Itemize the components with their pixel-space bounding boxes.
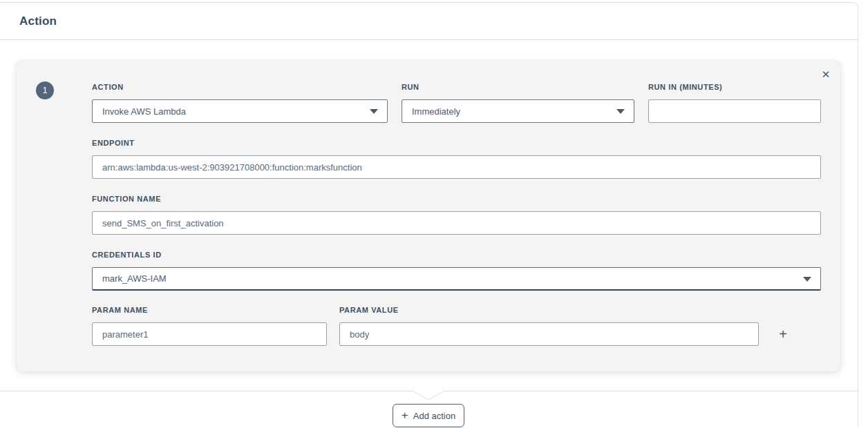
param-value-label: PARAM VALUE (339, 306, 759, 315)
run-select[interactable]: Immediately (402, 99, 634, 123)
function-name-input[interactable] (92, 211, 821, 235)
run-in-minutes-label: RUN IN (MINUTES) (648, 83, 821, 92)
add-param-icon[interactable]: + (775, 327, 791, 342)
header-divider (0, 39, 859, 40)
field-run: RUN Immediately (402, 83, 634, 123)
field-param-name: PARAM NAME (92, 306, 327, 346)
row-endpoint: ENDPOINT (92, 139, 821, 179)
add-action-button[interactable]: + Add action (393, 404, 464, 427)
step-number-badge: 1 (36, 81, 54, 99)
credentials-id-label: CREDENTIALS ID (92, 251, 821, 260)
endpoint-label: ENDPOINT (92, 139, 821, 148)
row-function-name: FUNCTION NAME (92, 195, 821, 235)
close-icon[interactable]: ✕ (818, 67, 833, 82)
param-name-input[interactable] (92, 322, 327, 346)
credentials-id-select-value: mark_AWS-IAM (102, 273, 167, 284)
field-run-in-minutes: RUN IN (MINUTES) (648, 83, 821, 123)
chevron-down-icon (803, 277, 811, 282)
field-credentials-id: CREDENTIALS ID mark_AWS-IAM (92, 251, 821, 291)
add-action-label: Add action (413, 411, 455, 421)
action-label: ACTION (92, 83, 388, 92)
row-action-run: ACTION Invoke AWS Lambda RUN Immediately… (92, 83, 821, 123)
chevron-down-icon (616, 109, 625, 114)
row-credentials: CREDENTIALS ID mark_AWS-IAM (92, 251, 821, 291)
field-param-value: PARAM VALUE (339, 306, 759, 346)
param-value-input[interactable] (339, 322, 759, 346)
run-label: RUN (402, 83, 634, 92)
action-select[interactable]: Invoke AWS Lambda (92, 99, 388, 123)
endpoint-input[interactable] (92, 155, 821, 179)
action-form: ACTION Invoke AWS Lambda RUN Immediately… (92, 83, 821, 346)
footer-divider-notch (0, 391, 859, 402)
run-select-value: Immediately (412, 106, 460, 117)
page-title: Action (19, 14, 57, 28)
field-action: ACTION Invoke AWS Lambda (92, 83, 388, 123)
action-select-value: Invoke AWS Lambda (102, 106, 186, 117)
function-name-label: FUNCTION NAME (92, 195, 821, 204)
action-card: 1 ✕ ACTION Invoke AWS Lambda RUN Immedia… (17, 61, 840, 371)
param-name-label: PARAM NAME (92, 306, 327, 315)
chevron-down-icon (370, 109, 378, 114)
field-endpoint: ENDPOINT (92, 139, 821, 179)
field-function-name: FUNCTION NAME (92, 195, 821, 235)
run-in-minutes-input[interactable] (648, 99, 821, 123)
row-params: PARAM NAME PARAM VALUE + (92, 306, 821, 346)
credentials-id-select[interactable]: mark_AWS-IAM (92, 267, 821, 291)
plus-icon: + (402, 409, 408, 421)
